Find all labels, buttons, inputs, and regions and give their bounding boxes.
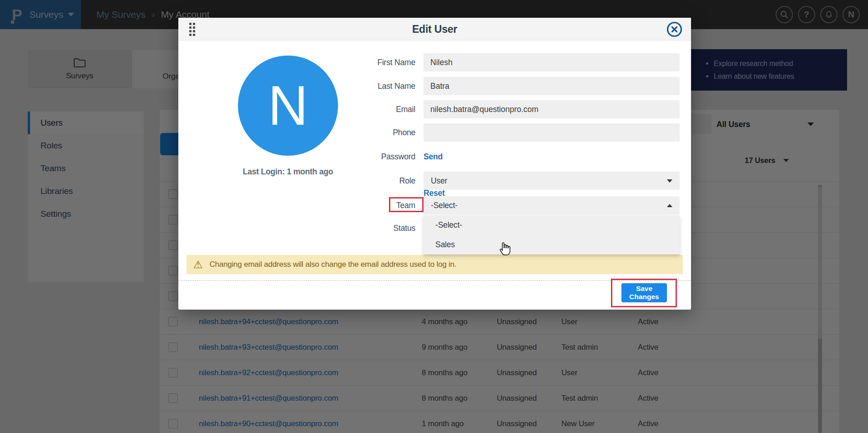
phone-field[interactable] xyxy=(424,123,680,142)
email-field[interactable] xyxy=(424,100,680,118)
drag-handle-icon[interactable] xyxy=(189,23,195,36)
first-name-field[interactable] xyxy=(424,53,680,71)
warning-banner: ⚠ Changing email address will also chang… xyxy=(187,255,683,274)
modal-header: Edit User xyxy=(178,18,691,41)
role-dropdown[interactable]: User xyxy=(424,172,680,190)
email-label: Email xyxy=(333,100,415,118)
dropdown-option-sales[interactable]: Sales xyxy=(424,235,680,255)
password-reset-link[interactable]: Send Password Reset Link xyxy=(424,148,460,166)
team-label: Team xyxy=(333,196,415,214)
chevron-down-icon xyxy=(667,179,672,183)
team-value: -Select- xyxy=(431,201,458,210)
page: P Surveys My Surveys › My Account ? N Su xyxy=(0,0,868,433)
role-label: Role xyxy=(333,172,415,190)
role-value: User xyxy=(431,176,447,186)
close-icon[interactable] xyxy=(666,21,683,38)
footer-divider xyxy=(178,280,691,281)
user-avatar-large: N xyxy=(238,56,338,156)
status-label: Status xyxy=(333,219,415,237)
modal-title: Edit User xyxy=(178,18,691,41)
chevron-up-icon xyxy=(667,204,672,207)
edit-user-modal: Edit User N Last Login: 1 month ago Firs… xyxy=(178,18,691,310)
team-dropdown-menu: -Select- Sales xyxy=(424,215,680,255)
last-name-label: Last Name xyxy=(333,77,415,95)
password-label: Password xyxy=(333,148,415,166)
first-name-label: First Name xyxy=(333,53,415,71)
dropdown-option-select[interactable]: -Select- xyxy=(424,215,680,235)
phone-label: Phone xyxy=(333,123,415,142)
warning-triangle-icon: ⚠ xyxy=(193,260,202,270)
warning-text: Changing email address will also change … xyxy=(209,260,456,269)
team-dropdown[interactable]: -Select- xyxy=(424,196,680,214)
last-name-field[interactable] xyxy=(424,77,680,95)
save-changes-button[interactable]: Save Changes xyxy=(621,283,667,302)
